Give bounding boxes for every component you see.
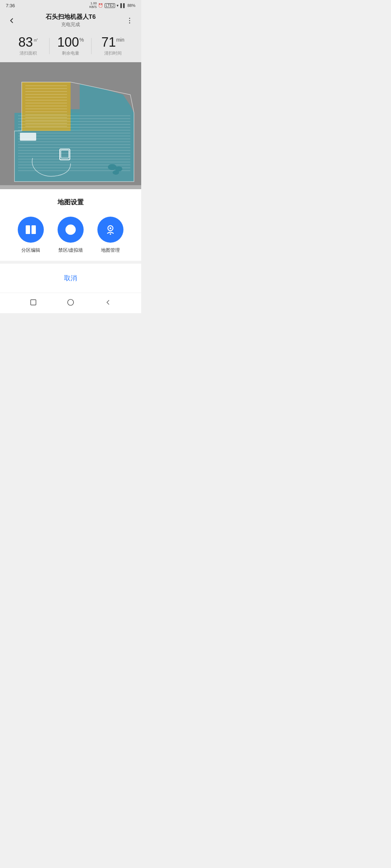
forbidden-zone-label: 禁区/虚拟墙 (58, 247, 83, 254)
signal-icon: ▌▌ (120, 3, 126, 8)
svg-point-57 (110, 227, 112, 229)
battery-unit: % (79, 37, 84, 42)
map-actions: 分区编辑 禁区/虚拟墙 (7, 217, 134, 254)
alarm-icon: ⏰ (98, 3, 103, 8)
stat-area: 83㎡ 清扫面积 (7, 36, 50, 56)
zone-edit-button[interactable]: 分区编辑 (11, 217, 51, 254)
status-time: 7:36 (6, 3, 15, 8)
back-button[interactable] (6, 15, 17, 26)
svg-rect-55 (68, 232, 73, 233)
svg-rect-51 (31, 225, 36, 234)
system-navigation (0, 293, 141, 313)
svg-point-1 (129, 20, 130, 21)
svg-point-0 (129, 18, 130, 19)
status-bar: 7:36 1.00KB/S ⏰ LTE2 ▾ ▌▌ 88% (0, 0, 141, 10)
stat-battery: 100% 剩余电量 (50, 36, 92, 56)
recent-apps-button[interactable] (28, 297, 38, 307)
map-settings-section: 地图设置 分区编辑 (0, 189, 141, 261)
stat-time: 71min 清扫时间 (92, 36, 134, 56)
svg-marker-6 (22, 82, 71, 131)
map-management-icon (104, 223, 117, 236)
cancel-button[interactable]: 取消 (7, 271, 134, 285)
time-unit: min (116, 37, 125, 42)
zone-edit-label: 分区编辑 (21, 247, 40, 254)
map-area (0, 62, 141, 189)
nav-subtitle: 充电完成 (17, 21, 124, 28)
svg-point-2 (129, 22, 130, 24)
map-management-icon-circle (97, 217, 123, 243)
network-speed: 1.00KB/S (89, 2, 97, 9)
forbidden-zone-icon-circle (58, 217, 84, 243)
cancel-section: 取消 (0, 264, 141, 293)
area-value: 83 (18, 36, 33, 49)
svg-point-60 (68, 299, 74, 306)
stats-row: 83㎡ 清扫面积 100% 剩余电量 71min 清扫时间 (0, 32, 141, 62)
lte-icon: LTE2 (105, 3, 115, 8)
forbidden-zone-icon (64, 223, 77, 236)
wifi-icon: ▾ (117, 3, 119, 8)
time-label: 清扫时间 (92, 50, 134, 56)
forbidden-zone-button[interactable]: 禁区/虚拟墙 (51, 217, 91, 254)
nav-title-area: 石头扫地机器人T6 充电完成 (17, 13, 124, 28)
battery-icon: 88% (127, 3, 135, 8)
top-nav: 石头扫地机器人T6 充电完成 (0, 10, 141, 32)
area-label: 清扫面积 (7, 50, 50, 56)
bottom-sheet: 地图设置 分区编辑 (0, 189, 141, 313)
area-unit: ㎡ (33, 37, 38, 42)
svg-point-47 (113, 170, 119, 175)
map-settings-title: 地图设置 (7, 198, 134, 207)
battery-value: 100 (57, 36, 79, 49)
svg-rect-48 (20, 133, 36, 141)
zone-edit-icon (24, 223, 37, 236)
svg-rect-50 (26, 225, 30, 234)
svg-rect-59 (30, 300, 36, 305)
battery-label: 剩余电量 (50, 50, 92, 56)
zone-edit-icon-circle (18, 217, 44, 243)
map-management-button[interactable]: 地图管理 (91, 217, 130, 254)
svg-point-58 (110, 233, 111, 235)
svg-rect-54 (68, 226, 73, 227)
home-button[interactable] (66, 297, 76, 307)
svg-marker-7 (71, 109, 80, 131)
more-button[interactable] (124, 15, 135, 26)
back-nav-button[interactable] (103, 297, 113, 307)
time-value: 71 (101, 36, 116, 49)
map-management-label: 地图管理 (101, 247, 120, 254)
nav-title: 石头扫地机器人T6 (17, 13, 124, 21)
status-icons: 1.00KB/S ⏰ LTE2 ▾ ▌▌ 88% (89, 2, 135, 9)
sheet-divider (0, 261, 141, 264)
